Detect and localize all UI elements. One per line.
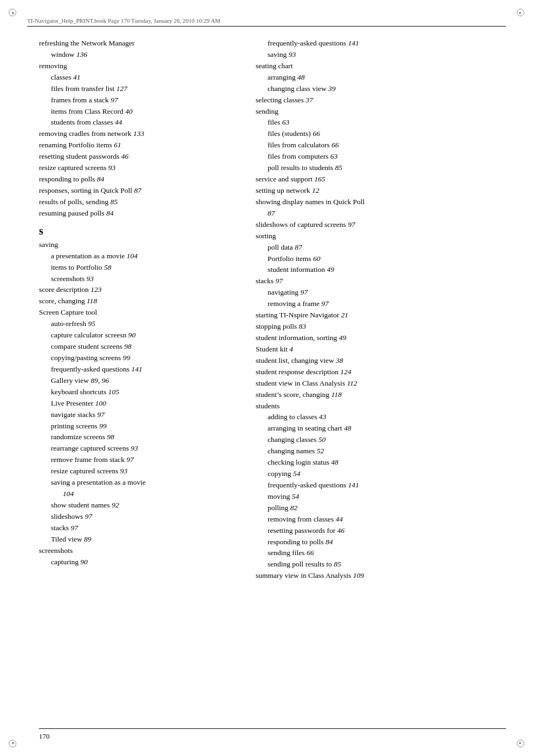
- entry-text: service and support: [256, 175, 314, 183]
- index-entry: resize captured screens 93: [39, 162, 239, 174]
- entry-page-num: 97: [348, 220, 355, 229]
- entry-page-num: 38: [336, 356, 343, 364]
- index-entry: seating chart: [256, 61, 506, 72]
- entry-text: saving: [268, 50, 289, 58]
- entry-page-num: 60: [313, 255, 321, 263]
- corner-mark-tr: [514, 10, 523, 19]
- entry-page-num: 39: [328, 84, 336, 93]
- entry-text: checking login status: [268, 458, 331, 466]
- entry-text: keyboard shortcuts: [51, 388, 108, 396]
- entry-text: responding to polls: [268, 538, 326, 546]
- entry-page-num: 95: [88, 320, 96, 328]
- entry-page-num: 54: [293, 470, 301, 478]
- entry-text: rearrange captured screens: [51, 444, 131, 452]
- entry-text: frequently-asked questions: [268, 39, 348, 47]
- entry-text: polling: [268, 504, 290, 512]
- index-entry: frames from a stack 97: [39, 95, 239, 106]
- entry-page-num: 93: [87, 275, 94, 283]
- entry-text: show student names: [51, 501, 112, 509]
- index-entry: students from classes 44: [39, 117, 239, 128]
- entry-page-num: 41: [73, 73, 81, 81]
- entry-page-num: 85: [110, 198, 118, 206]
- entry-text: stacks: [51, 524, 70, 532]
- entry-page-num: 112: [347, 379, 357, 387]
- entry-page-num: 58: [104, 263, 112, 271]
- index-entry: slideshows 97: [39, 511, 239, 523]
- entry-page-num: 99: [99, 422, 107, 430]
- entry-text: selecting classes: [256, 96, 306, 104]
- entry-text: moving: [268, 492, 292, 500]
- index-entry: s: [39, 225, 239, 237]
- entry-page-num: 118: [87, 297, 97, 305]
- entry-text: a presentation as a movie: [51, 252, 127, 260]
- entry-page-num: 43: [319, 413, 327, 421]
- index-entry: items to Portfolio 58: [39, 262, 239, 273]
- entry-page-num: 46: [121, 152, 129, 160]
- entry-text: saving a presentation as a movie: [51, 478, 146, 486]
- entry-text: student response description: [256, 368, 340, 376]
- entry-text: frames from a stack: [51, 96, 110, 104]
- entry-page-num: 50: [318, 435, 326, 444]
- corner-mark-bl: [10, 737, 20, 746]
- index-entry: student information, sorting 49: [256, 333, 506, 344]
- index-entry: screenshots: [39, 545, 239, 557]
- index-entry: responding to polls 84: [256, 537, 506, 548]
- entry-page-num: 40: [125, 107, 133, 115]
- index-entry: poll results to students 85: [256, 162, 506, 174]
- index-entry: resetting passwords for 46: [256, 525, 506, 537]
- entry-text: changing class view: [268, 84, 328, 93]
- index-entry: compare student screens 98: [39, 341, 239, 353]
- entry-text: sorting: [256, 232, 276, 240]
- entry-text: stacks: [256, 277, 275, 285]
- index-entry: screenshots 93: [39, 273, 239, 285]
- entry-text: score description: [39, 285, 90, 294]
- entry-page-num: 63: [282, 118, 290, 126]
- index-entry: stacks 97: [256, 276, 506, 287]
- index-entry: window 136: [39, 49, 239, 61]
- entry-text: students from classes: [51, 118, 115, 126]
- index-entry: a presentation as a movie 104: [39, 251, 239, 262]
- index-entry: changing classes 50: [256, 434, 506, 446]
- entry-page-num: 63: [330, 152, 338, 160]
- index-entry: student view in Class Analysis 112: [256, 378, 506, 389]
- index-entry: files 63: [256, 117, 506, 128]
- index-entry: responding to polls 84: [39, 174, 239, 185]
- index-entry: resetting student passwords 46: [39, 151, 239, 162]
- index-entry: Screen Capture tool: [39, 307, 239, 318]
- entry-page-num: 141: [348, 39, 359, 47]
- entry-text: items from Class Record: [51, 107, 125, 115]
- entry-page-num: 97: [300, 288, 308, 296]
- index-entry: sorting: [256, 231, 506, 242]
- entry-text: student view in Class Analysis: [256, 379, 347, 387]
- index-entry: responses, sorting in Quick Poll 87: [39, 185, 239, 197]
- page-footer: 170: [39, 728, 506, 741]
- entry-text: navigate stacks: [51, 410, 97, 419]
- corner-mark-tl: [10, 10, 20, 19]
- index-entry: saving: [39, 239, 239, 251]
- index-entry: capturing 90: [39, 557, 239, 568]
- entry-text: poll results to students: [268, 164, 335, 172]
- index-entry: Student kit 4: [256, 344, 506, 355]
- entry-page-num: 83: [299, 322, 307, 330]
- entry-page-num: 82: [290, 504, 298, 512]
- entry-text: removing a frame: [268, 299, 321, 308]
- entry-page-num: 98: [124, 342, 132, 350]
- index-entry: Portfolio items 60: [256, 253, 506, 265]
- page-number: 170: [39, 732, 50, 740]
- entry-page-num: 89, 96: [90, 376, 109, 384]
- entry-page-num: 90: [80, 558, 88, 566]
- entry-page-num: 87: [134, 186, 142, 194]
- entry-page-num: 97: [97, 410, 105, 419]
- index-entry: show student names 92: [39, 500, 239, 511]
- index-entry: navigate stacks 97: [39, 409, 239, 421]
- entry-page-num: 97: [110, 96, 118, 104]
- index-entry: remove frame from stack 97: [39, 454, 239, 466]
- entry-text: resetting student passwords: [39, 152, 121, 160]
- index-entry: stacks 97: [39, 523, 239, 534]
- entry-text: printing screens: [51, 422, 99, 430]
- index-entry: resize captured screens 93: [39, 466, 239, 477]
- entry-text: summary view in Class Analysis: [256, 571, 353, 579]
- index-entry: copying 54: [256, 468, 506, 480]
- corner-mark-br: [514, 737, 523, 746]
- index-entry: refreshing the Network Manager: [39, 38, 239, 49]
